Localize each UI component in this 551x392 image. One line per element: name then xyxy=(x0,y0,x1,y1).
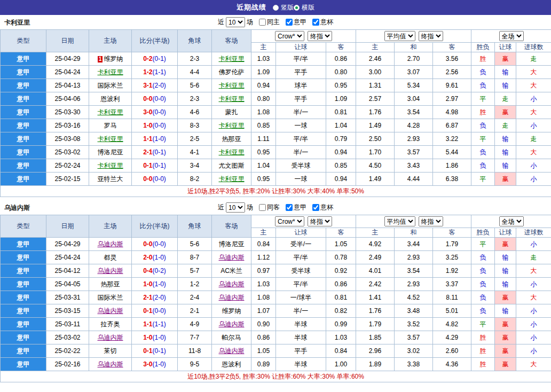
column-subheader: 客 xyxy=(326,43,356,52)
away-team-link[interactable]: 卡利亚里 xyxy=(219,175,245,183)
scope-select[interactable]: 全场 xyxy=(499,31,524,41)
filter-checkbox-option[interactable]: 意甲 xyxy=(281,18,306,27)
filter-checkbox[interactable] xyxy=(259,204,266,211)
asian-final-select[interactable]: 终指 xyxy=(308,31,332,41)
euro-away-odds: 6.38 xyxy=(433,173,471,186)
filter-checkbox[interactable] xyxy=(286,19,293,26)
asian-final-select[interactable]: 终指 xyxy=(308,216,332,226)
euro-average-select[interactable]: 平均值 xyxy=(384,216,415,226)
section-header: 乌迪内斯近10场同客意甲意杯 xyxy=(0,200,551,215)
away-team-link[interactable]: 尤文图斯 xyxy=(219,162,245,169)
home-team-link[interactable]: 卡利亚里 xyxy=(98,135,123,143)
date-cell: 25-04-24 xyxy=(46,251,89,264)
home-team-link[interactable]: 博洛尼亚 xyxy=(98,148,123,156)
asian-home-odds: 1.07 xyxy=(251,304,276,318)
filter-checkbox-option[interactable]: 意甲 xyxy=(281,203,306,212)
result-goals: 大 xyxy=(516,146,551,159)
euro-average-select[interactable]: 平均值 xyxy=(384,31,415,41)
home-team-link[interactable]: 国际米兰 xyxy=(98,294,123,301)
home-team-link[interactable]: 拉齐奥 xyxy=(101,320,120,328)
away-team-link[interactable]: 卡利亚里 xyxy=(219,95,245,103)
away-team-link[interactable]: 卡利亚里 xyxy=(219,55,245,62)
layout-option[interactable]: 横版 xyxy=(294,3,314,12)
home-team-link[interactable]: 卡利亚里 xyxy=(98,162,123,169)
euro-final-select[interactable]: 终指 xyxy=(419,216,443,226)
euro-draw-odds: 4.44 xyxy=(395,173,433,186)
score-cell: 2-1(0-1) xyxy=(132,146,178,159)
bookmaker-select[interactable]: Crow* xyxy=(275,31,304,41)
home-team-link[interactable]: 热那亚 xyxy=(101,280,120,288)
filter-checkbox-label: 意杯 xyxy=(320,203,333,212)
home-team-link[interactable]: 卡利亚里 xyxy=(98,68,123,76)
away-team-link[interactable]: 乌迪内斯 xyxy=(219,320,245,328)
match-row: 意甲25-02-16乌迪内斯3-0(1-0)9-5恩波利0.89半球1.001.… xyxy=(1,358,551,371)
filter-checkbox[interactable] xyxy=(312,204,319,211)
home-team-link[interactable]: 国际米兰 xyxy=(98,82,123,89)
away-team-link[interactable]: 恩波利 xyxy=(222,360,241,368)
fulltime-score: 0-1 xyxy=(143,307,152,315)
match-row: 意甲25-03-02乌迪内斯1-0(1-0)7-7帕尔马0.86半球1.031.… xyxy=(1,331,551,344)
halftime-score: (1-0) xyxy=(153,135,166,143)
away-team-link[interactable]: 佛罗伦萨 xyxy=(219,68,245,76)
halftime-score: (1-1) xyxy=(153,68,166,76)
halftime-score: (0-1) xyxy=(153,347,166,355)
away-team-link[interactable]: 乌迪内斯 xyxy=(219,294,245,301)
asian-away-odds: 0.81 xyxy=(326,291,356,304)
euro-draw-odds: 3.57 xyxy=(395,331,433,344)
away-team-link[interactable]: 乌迪内斯 xyxy=(219,280,245,288)
away-team-link[interactable]: 乌迪内斯 xyxy=(219,347,245,355)
result-handicap: 输 xyxy=(495,264,516,278)
away-team-link[interactable]: 维罗纳 xyxy=(222,307,241,315)
halftime-score: (1-0) xyxy=(153,360,166,368)
home-team-link[interactable]: 乌迪内斯 xyxy=(98,334,123,341)
bookmaker-select[interactable]: Crow* xyxy=(275,216,304,226)
home-team-link[interactable]: 卡利亚里 xyxy=(98,108,123,116)
filter-checkbox[interactable] xyxy=(259,19,266,26)
home-team-link[interactable]: 恩波利 xyxy=(101,95,120,103)
filter-checkbox-option[interactable]: 意杯 xyxy=(308,203,333,212)
euro-away-odds: 4.29 xyxy=(433,331,471,344)
away-team-link[interactable]: 帕尔马 xyxy=(222,334,241,341)
euro-home-odds: 1.79 xyxy=(356,318,395,331)
scope-select[interactable]: 全场 xyxy=(499,216,524,226)
match-row: 意甲25-04-13国际米兰3-1(2-0)5-6卡利亚里0.94球半0.951… xyxy=(1,79,551,92)
home-team-link[interactable]: 维罗纳 xyxy=(104,55,123,62)
match-count-select[interactable]: 10 xyxy=(226,202,245,213)
away-team-cell: 卡利亚里 xyxy=(212,79,251,92)
filter-suffix-label: 场 xyxy=(247,18,253,27)
away-team-link[interactable]: AC米兰 xyxy=(221,267,242,275)
asian-handicap: 一球 xyxy=(276,173,326,186)
asian-home-odds: 0.85 xyxy=(251,119,276,132)
result-outcome: 胜 xyxy=(471,331,495,344)
away-team-link[interactable]: 卡利亚里 xyxy=(219,82,245,89)
match-count-select[interactable]: 10 xyxy=(226,17,245,27)
home-team-link[interactable]: 亚特兰大 xyxy=(98,175,123,183)
column-header: 类型 xyxy=(1,215,46,238)
home-team-link[interactable]: 乌迪内斯 xyxy=(98,267,123,275)
home-team-link[interactable]: 乌迪内斯 xyxy=(98,240,123,248)
corners-cell: 4-6 xyxy=(178,106,212,119)
result-outcome: 负 xyxy=(471,159,495,173)
euro-final-select[interactable]: 终指 xyxy=(419,31,443,41)
away-team-link[interactable]: 卡利亚里 xyxy=(219,148,245,156)
away-team-link[interactable]: 热那亚 xyxy=(222,135,241,143)
away-team-link[interactable]: 博洛尼亚 xyxy=(219,240,245,248)
filter-checkbox-option[interactable]: 意杯 xyxy=(308,18,333,27)
asian-home-odds: 1.11 xyxy=(251,132,276,146)
home-team-link[interactable]: 莱切 xyxy=(104,347,117,355)
away-team-link[interactable]: 蒙扎 xyxy=(225,108,238,116)
filter-checkbox[interactable] xyxy=(312,19,319,26)
filter-checkbox-option[interactable]: 同客 xyxy=(255,203,280,212)
column-subheader: 客 xyxy=(433,43,471,52)
filter-checkbox[interactable] xyxy=(286,204,293,211)
layout-option[interactable]: 竖版 xyxy=(273,3,294,12)
away-team-link[interactable]: 乌迪内斯 xyxy=(219,254,245,261)
away-team-link[interactable]: 卡利亚里 xyxy=(219,122,245,129)
filter-checkbox-option[interactable]: 同主 xyxy=(255,18,280,27)
euro-away-odds: 5.44 xyxy=(433,146,471,159)
home-team-link[interactable]: 乌迪内斯 xyxy=(98,360,123,368)
home-team-link[interactable]: 罗马 xyxy=(104,122,117,129)
match-row: 意甲25-04-291维罗纳0-2(0-1)2-3卡利亚里1.03平/半0.86… xyxy=(1,52,551,66)
home-team-link[interactable]: 乌迪内斯 xyxy=(98,307,123,315)
home-team-link[interactable]: 都灵 xyxy=(104,254,117,261)
